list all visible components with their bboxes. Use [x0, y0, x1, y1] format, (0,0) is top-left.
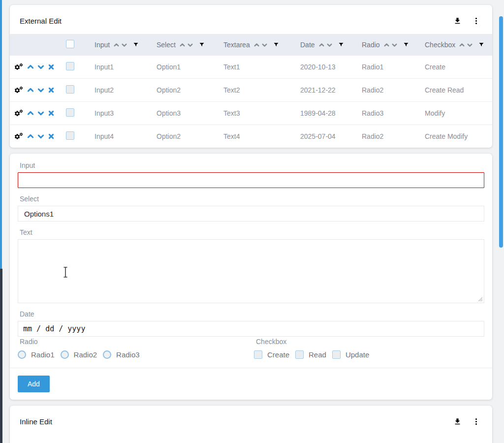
download-button[interactable] [451, 15, 464, 27]
sort-asc-icon[interactable] [383, 42, 390, 48]
radio-option-1[interactable] [18, 350, 26, 359]
data-table: Input Select [10, 34, 492, 148]
cell-textarea: Text3 [214, 102, 290, 125]
row-checkbox[interactable] [66, 85, 74, 94]
cell-input: Input3 [85, 102, 147, 125]
cell-textarea: Text2 [214, 79, 290, 102]
sort-desc-icon[interactable] [187, 42, 193, 48]
row-delete-icon[interactable] [47, 63, 55, 71]
resize-grip-icon[interactable] [478, 297, 483, 302]
cell-select: Option3 [147, 102, 214, 125]
row-settings-icon[interactable] [14, 132, 24, 140]
column-header-textarea: Textarea [214, 34, 290, 56]
row-checkbox[interactable] [66, 62, 74, 70]
cell-select: Option1 [147, 56, 214, 79]
row-checkbox[interactable] [66, 131, 74, 140]
sort-asc-icon[interactable] [253, 42, 260, 48]
external-edit-card: External Edit Input [10, 5, 492, 148]
date-label: Date [20, 310, 484, 318]
sort-desc-icon[interactable] [467, 42, 473, 48]
card-title: External Edit [20, 17, 451, 25]
sort-desc-icon[interactable] [261, 42, 268, 48]
filter-icon[interactable] [338, 42, 344, 48]
checkbox-update-label: Update [346, 350, 369, 359]
radio-group-label: Radio [20, 338, 254, 346]
cell-input: Input2 [85, 79, 147, 102]
select-value: Options1 [24, 210, 54, 218]
filter-icon[interactable] [478, 42, 484, 48]
row-settings-icon[interactable] [14, 86, 24, 94]
table-row: Input2 Option2 Text2 2021-12-22 Radio2 C… [10, 79, 492, 102]
row-delete-icon[interactable] [47, 86, 55, 94]
row-move-up-icon[interactable] [27, 86, 34, 94]
actions-header [10, 34, 59, 56]
row-settings-icon[interactable] [14, 109, 24, 117]
sort-desc-icon[interactable] [391, 42, 398, 48]
row-move-down-icon[interactable] [37, 63, 45, 71]
cell-checkbox: Create [415, 56, 492, 79]
table-row: Input3 Option3 Text3 1989-04-28 Radio3 M… [10, 102, 492, 125]
add-button[interactable]: Add [18, 376, 50, 392]
row-checkbox[interactable] [66, 108, 74, 117]
select-label: Select [20, 195, 484, 203]
cell-checkbox: Create Read [415, 79, 492, 102]
date-field[interactable]: mm / dd / yyyy [18, 321, 484, 337]
sort-asc-icon[interactable] [459, 42, 465, 48]
checkbox-update[interactable] [332, 350, 341, 359]
inline-edit-card: Inline Edit [10, 406, 492, 443]
checkbox-read[interactable] [295, 350, 304, 359]
column-header-radio: Radio [352, 34, 415, 56]
row-move-down-icon[interactable] [37, 109, 45, 117]
row-delete-icon[interactable] [47, 109, 55, 117]
download-icon [453, 417, 462, 426]
download-button[interactable] [451, 415, 464, 427]
sort-desc-icon[interactable] [326, 42, 333, 48]
row-move-up-icon[interactable] [27, 63, 34, 71]
row-settings-icon[interactable] [14, 63, 24, 71]
input-label: Input [20, 161, 484, 169]
row-move-down-icon[interactable] [37, 86, 45, 94]
checkbox-create[interactable] [254, 350, 262, 359]
checkbox-create-label: Create [267, 350, 289, 359]
menu-button[interactable] [470, 15, 482, 27]
row-move-down-icon[interactable] [37, 132, 45, 140]
cell-radio: Radio3 [352, 102, 415, 125]
sort-asc-icon[interactable] [179, 42, 186, 48]
filter-icon[interactable] [403, 42, 409, 48]
cell-select: Option2 [147, 79, 214, 102]
cell-date: 2025-07-04 [290, 125, 352, 148]
card-title: Inline Edit [20, 417, 451, 426]
row-move-up-icon[interactable] [27, 132, 34, 140]
column-header-checkbox: Checkbox [415, 34, 492, 56]
table-row: Input1 Option1 Text1 2020-10-13 Radio1 C… [10, 56, 492, 79]
text-label: Text [20, 228, 484, 236]
row-move-up-icon[interactable] [27, 109, 34, 117]
kebab-menu-icon [472, 417, 480, 426]
cell-checkbox: Create Modify [415, 125, 492, 148]
column-header-input: Input [85, 34, 147, 56]
left-edge-dark-bar [0, 269, 2, 443]
add-form-card: Input Select Options1 Text Date mm / dd … [10, 154, 492, 400]
filter-icon[interactable] [133, 42, 139, 48]
table-header-row: Input Select [10, 34, 492, 56]
sort-asc-icon[interactable] [113, 42, 120, 48]
filter-icon[interactable] [199, 42, 205, 48]
textarea-field[interactable] [18, 239, 484, 303]
sort-asc-icon[interactable] [318, 42, 325, 48]
radio-option-3[interactable] [103, 350, 111, 359]
row-delete-icon[interactable] [47, 132, 55, 140]
select-all-checkbox[interactable] [66, 40, 74, 48]
cell-radio: Radio2 [352, 79, 415, 102]
radio-option-2-label: Radio2 [74, 350, 97, 359]
radio-option-1-label: Radio1 [31, 350, 55, 359]
vertical-scrollbar-thumb[interactable] [499, 16, 503, 248]
input-field[interactable] [18, 172, 484, 188]
menu-button[interactable] [470, 415, 482, 427]
date-placeholder: mm / dd / yyyy [23, 324, 85, 333]
filter-icon[interactable] [273, 42, 279, 48]
checkbox-group-label: Checkbox [256, 338, 484, 346]
radio-option-2[interactable] [61, 350, 69, 359]
cell-radio: Radio1 [352, 56, 415, 79]
sort-desc-icon[interactable] [121, 42, 127, 48]
select-field[interactable]: Options1 [18, 206, 484, 222]
